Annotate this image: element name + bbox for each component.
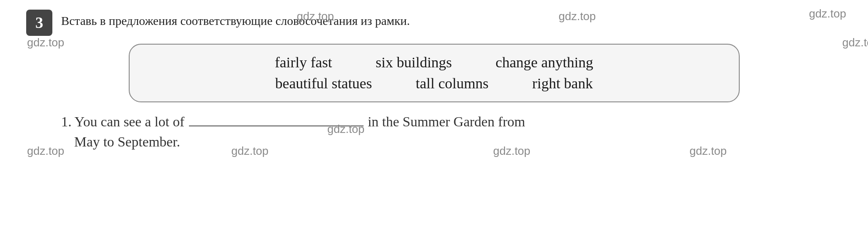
watermark-mid-left: gdz.top — [27, 144, 64, 158]
exercise-1-text-after: in the Summer Garden from — [368, 111, 525, 132]
word-tall-columns: tall columns — [415, 75, 488, 92]
word-right-bank: right bank — [532, 75, 593, 92]
word-box-container: fairly fast six buildings change anythin… — [61, 44, 807, 102]
word-fairly-fast: fairly fast — [275, 54, 332, 71]
watermark-topright2: gdz.top — [842, 36, 868, 49]
word-beautiful-statues: beautiful statues — [275, 75, 372, 92]
word-box: fairly fast six buildings change anythin… — [129, 44, 740, 102]
word-box-row-1: fairly fast six buildings change anythin… — [156, 54, 713, 71]
watermark-mid-center2: gdz.top — [493, 144, 530, 158]
task-header: 3 Вставь в предложения соответствующие с… — [26, 9, 842, 36]
page-container: gdz.top gdz.top gdz.top gdz.top gdz.top … — [0, 0, 868, 230]
word-change-anything: change anything — [496, 54, 594, 71]
task-number-badge: 3 — [26, 10, 52, 36]
word-box-row-2: beautiful statues tall columns right ban… — [156, 75, 713, 92]
watermark-mid-center1: gdz.top — [231, 144, 268, 158]
watermark-topright: gdz.top — [809, 7, 846, 21]
word-six-buildings: six buildings — [376, 54, 452, 71]
watermark-top-center2: gdz.top — [559, 10, 596, 23]
watermark-mid-right: gdz.top — [690, 144, 727, 158]
watermark-box-bottom: gdz.top — [327, 122, 364, 136]
watermark-top-center1: gdz.top — [297, 10, 334, 23]
watermark-topleft: gdz.top — [27, 36, 64, 49]
exercise-1-text-before: 1. You can see a lot of — [61, 111, 185, 132]
task-instruction: Вставь в предложения соответствующие сло… — [61, 9, 410, 29]
exercise-1-line: 1. You can see a lot of in the Summer Ga… — [61, 111, 842, 132]
